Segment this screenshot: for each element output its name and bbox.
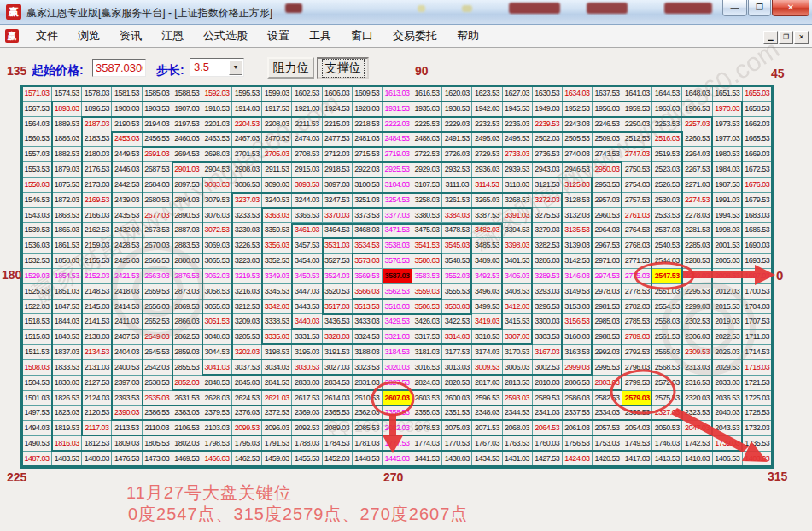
mdi-restore-button[interactable]: ❐ bbox=[779, 31, 793, 44]
grid-cell: 1662.03 bbox=[743, 117, 773, 132]
grid-cell: 2334.03 bbox=[593, 406, 622, 421]
minimize-button[interactable]: — bbox=[722, 0, 747, 16]
support-button[interactable]: 支撑位 bbox=[317, 57, 369, 79]
grid-cell: 1770.53 bbox=[442, 436, 472, 452]
grid-cell: 2089.03 bbox=[323, 421, 353, 436]
grid-cell-key-level[interactable]: 2579.03 bbox=[622, 391, 652, 406]
grid-cell: 1455.53 bbox=[292, 452, 322, 467]
grid-cell: 2635.03 bbox=[143, 391, 172, 406]
menu-help[interactable]: 帮助 bbox=[448, 25, 488, 47]
resistance-button[interactable]: 阻力位 bbox=[267, 57, 314, 79]
grid-cell: 3331.53 bbox=[292, 330, 322, 345]
grid-cell: 2810.03 bbox=[533, 376, 563, 391]
grid-cell: 3433.03 bbox=[353, 314, 383, 330]
grid-cell: 2085.53 bbox=[353, 421, 383, 436]
grid-cell: 3328.03 bbox=[323, 330, 353, 345]
grid-cell: 1805.53 bbox=[143, 436, 172, 452]
step-select[interactable]: 3.5 ▼ bbox=[190, 58, 244, 77]
grid-cell: 2421.53 bbox=[112, 269, 142, 284]
grid-cell: 2519.53 bbox=[652, 147, 682, 162]
grid-cell: 2264.03 bbox=[682, 147, 712, 162]
background-blob bbox=[587, 3, 628, 14]
grid-cell: 2029.53 bbox=[713, 360, 743, 376]
menu-trade-order[interactable]: 交易委托 bbox=[384, 25, 446, 47]
close-button[interactable]: ✕ bbox=[772, 0, 809, 16]
grid-cell-key-level[interactable]: 2547.53 bbox=[652, 269, 682, 284]
grid-cell: 1571.03 bbox=[22, 86, 52, 102]
menu-file[interactable]: 文件 bbox=[27, 25, 67, 47]
background-blob bbox=[664, 3, 712, 14]
grid-cell: 2372.53 bbox=[262, 406, 292, 421]
grid-cell: 2936.03 bbox=[472, 162, 502, 178]
grid-cell: 2691.03 bbox=[143, 147, 172, 162]
grid-cell: 3548.53 bbox=[442, 254, 472, 269]
background-blob bbox=[462, 5, 472, 12]
menu-browse[interactable]: 浏览 bbox=[69, 25, 108, 47]
grid-cell: 3405.03 bbox=[503, 269, 533, 284]
menu-gann[interactable]: 江恩 bbox=[153, 25, 192, 47]
grid-cell: 3191.53 bbox=[323, 345, 353, 360]
grid-cell: 3293.03 bbox=[533, 284, 563, 300]
grid-cell: 2638.53 bbox=[143, 376, 172, 391]
menu-window[interactable]: 窗口 bbox=[342, 25, 382, 47]
grid-cell: 3149.53 bbox=[563, 284, 593, 300]
grid-cell: 3013.03 bbox=[442, 360, 472, 376]
grid-cell: 3485.53 bbox=[472, 238, 502, 254]
start-price-input[interactable] bbox=[92, 59, 146, 77]
background-blob bbox=[509, 3, 560, 14]
grid-cell: 3576.53 bbox=[383, 254, 412, 269]
grid-cell: 2428.53 bbox=[112, 238, 142, 254]
grid-cell: 2495.03 bbox=[472, 131, 502, 147]
grid-cell-key-level[interactable]: 2607.03 bbox=[383, 391, 412, 406]
angle-label-315: 315 bbox=[768, 470, 787, 483]
grid-cell: 1480.03 bbox=[82, 452, 112, 467]
grid-cell: 1536.03 bbox=[22, 238, 52, 254]
grid-cell: 1858.03 bbox=[52, 254, 82, 269]
grid-cell: 2348.03 bbox=[472, 406, 502, 421]
grid-cell: 1987.53 bbox=[713, 178, 743, 193]
grid-cell: 1634.03 bbox=[563, 86, 593, 102]
mdi-minimize-button[interactable]: ▁ bbox=[763, 31, 778, 44]
grid-cell: 3426.03 bbox=[412, 314, 442, 330]
grid-cell: 1413.53 bbox=[652, 452, 682, 467]
mdi-restore-icon: ❐ bbox=[783, 33, 789, 41]
grid-cell: 2054.03 bbox=[622, 421, 652, 436]
grid-cell: 2673.53 bbox=[143, 223, 172, 238]
grid-cell: 1896.53 bbox=[82, 102, 112, 117]
grid-cell: 1781.03 bbox=[353, 436, 383, 452]
grid-cell: 2320.03 bbox=[682, 391, 712, 406]
grid-cell: 2733.03 bbox=[503, 147, 533, 162]
app-logo-icon: 赢 bbox=[6, 4, 21, 20]
menu-tools[interactable]: 工具 bbox=[301, 25, 340, 47]
grid-cell: 1620.03 bbox=[442, 86, 472, 102]
menu-settings[interactable]: 设置 bbox=[259, 25, 298, 47]
grid-cell: 3545.03 bbox=[442, 238, 472, 254]
support-button-label: 支撑位 bbox=[324, 61, 363, 76]
grid-cell-start-price[interactable]: 3587.03 bbox=[383, 269, 412, 284]
grid-cell: 2974.53 bbox=[593, 269, 622, 284]
grid-cell: 1749.53 bbox=[622, 436, 652, 452]
grid-cell: 2964.03 bbox=[593, 223, 622, 238]
grid-cell: 1637.53 bbox=[593, 86, 622, 102]
chevron-down-icon[interactable]: ▼ bbox=[229, 60, 242, 75]
grid-cell: 1952.53 bbox=[563, 102, 593, 117]
mdi-close-icon: ✕ bbox=[798, 33, 804, 41]
menu-formula-stock-pick[interactable]: 公式选股 bbox=[195, 25, 256, 47]
grid-cell: 3247.53 bbox=[323, 193, 353, 208]
grid-cell: 2523.03 bbox=[652, 162, 682, 178]
grid-cell: 1567.53 bbox=[22, 102, 52, 117]
mdi-close-button[interactable]: ✕ bbox=[794, 31, 809, 44]
grid-cell: 3020.03 bbox=[383, 360, 412, 376]
grid-cell: 3286.03 bbox=[533, 254, 563, 269]
grid-cell: 1557.03 bbox=[22, 147, 52, 162]
grid-cell: 1977.03 bbox=[713, 131, 743, 147]
menu-news[interactable]: 资讯 bbox=[111, 25, 150, 47]
maximize-button[interactable]: ❐ bbox=[748, 0, 771, 16]
grid-cell: 1665.53 bbox=[743, 131, 773, 147]
grid-cell: 2838.03 bbox=[292, 376, 322, 391]
grid-cell: 3198.53 bbox=[262, 345, 292, 360]
grid-cell: 1728.53 bbox=[743, 406, 773, 421]
grid-cell: 2362.03 bbox=[353, 406, 383, 421]
grid-cell: 2824.03 bbox=[412, 376, 442, 391]
grid-cell: 1844.03 bbox=[52, 314, 82, 330]
